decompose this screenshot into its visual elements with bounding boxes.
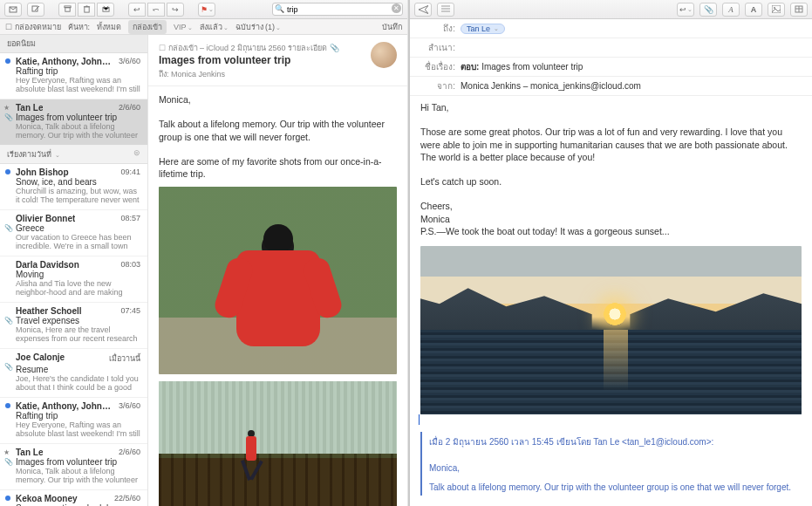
message-from: Heather Schoell [16, 306, 82, 316]
inline-attachment-sunset[interactable] [420, 246, 802, 414]
reply-compose-button[interactable]: ↩⌄ [677, 3, 694, 17]
message-list-item[interactable]: Katie, Anthony, John & Jen3/6/60Rafting … [0, 53, 147, 99]
message-list-item[interactable]: Kekoa Mooney22/5/60Soccer practice sched… [0, 490, 147, 506]
message-preview: Monica, Talk about a lifelong memory. Ou… [16, 122, 140, 140]
search-scope-label: ค้นหา: [68, 21, 91, 33]
reader-subject: Images from volunteer trip [159, 54, 364, 66]
photo-browser-button[interactable] [768, 3, 785, 17]
message-list-item[interactable]: 📎Joe Calonjeเมื่อวานนี้ResumeJoe, Here's… [0, 349, 147, 398]
to-field[interactable]: ถึง: Tan Le⌄ [410, 19, 812, 38]
get-mail-button[interactable] [4, 3, 22, 17]
unread-dot-icon [5, 169, 10, 174]
message-date: 08:03 [120, 260, 140, 270]
message-preview: Our vacation to Greece has been incredib… [16, 233, 140, 251]
font-button[interactable]: A [745, 3, 762, 17]
archive-group [58, 3, 114, 17]
recipient-token[interactable]: Tan Le⌄ [461, 24, 505, 34]
list-section-sorted[interactable]: เรียงตามวันที่ ⌄ ⊜ [0, 146, 147, 164]
message-list-item[interactable]: ★📎Tan Le2/6/60Images from volunteer trip… [0, 444, 147, 490]
message-preview: Hey Everyone, Rafting was an absolute bl… [16, 421, 140, 439]
sent-tab[interactable]: ส่งแล้ว⌄ [200, 21, 229, 33]
attachment-image-2[interactable] [159, 381, 397, 506]
message-from: Tan Le [16, 103, 43, 113]
message-from: John Bishop [16, 168, 69, 177]
scope-all-tab[interactable]: ทั้งหมด [97, 21, 121, 33]
message-from: Joe Calonje [16, 352, 65, 365]
flag-button[interactable]: ⚑⌄ [198, 3, 215, 17]
message-list-item[interactable]: John Bishop09:41Snow, ice, and bearsChur… [0, 164, 147, 210]
star-icon: ★ [3, 104, 10, 112]
message-from: Tan Le [16, 448, 43, 457]
search-field[interactable]: 🔍 ✕ [272, 3, 403, 16]
message-preview: Hey Everyone, Rafting was an absolute bl… [16, 76, 140, 94]
message-subject: Rafting trip [16, 411, 140, 421]
attachment-icon: 📎 [4, 363, 13, 371]
message-subject: Images from volunteer trip [16, 457, 140, 467]
list-section-top-hits: ยอดนิยม [0, 35, 147, 53]
message-from: Katie, Anthony, John & Jen [16, 57, 112, 66]
search-clear-button[interactable]: ✕ [392, 3, 401, 13]
header-fields-button[interactable] [437, 3, 454, 17]
message-preview: Alisha and Tia love the new neighbor-hoo… [16, 279, 140, 297]
send-button[interactable] [414, 3, 432, 17]
svg-rect-3 [65, 8, 69, 12]
message-list-item[interactable]: Katie, Anthony, John & Jen3/6/60Rafting … [0, 398, 147, 444]
mailboxes-button[interactable]: ☐ กล่องจดหมาย [5, 21, 61, 33]
unread-dot-icon [5, 58, 10, 64]
reply-button[interactable]: ↩ [128, 3, 146, 17]
quoted-original: เมื่อ 2 มิถุนายน 2560 เวลา 15:45 เขียนโด… [420, 432, 802, 496]
message-date: 07:45 [120, 306, 140, 316]
reader-toolbar: ↩ ⤺ ↪ ⚑⌄ 🔍 ✕ [0, 0, 407, 19]
compose-body-text[interactable]: Hi Tan, Those are some great photos. Our… [410, 96, 812, 243]
vip-tab[interactable]: VIP⌄ [174, 23, 193, 31]
message-date: 2/6/60 [119, 448, 140, 457]
drafts-tab[interactable]: ฉบับร่าง (1)⌄ [235, 21, 282, 33]
text-cursor [419, 414, 420, 425]
message-preview: Monica, Talk about a lifelong memory. Ou… [16, 467, 140, 485]
compose-toolbar: ↩⌄ 📎 A A [410, 0, 812, 19]
reader-meta: กล่องเข้า – iCloud 2 มิถุนายน 2560 รายละ… [168, 44, 328, 52]
search-input[interactable] [272, 3, 403, 16]
message-from: Darla Davidson [16, 260, 79, 270]
scope-inbox-tab[interactable]: กล่องเข้า [128, 20, 167, 34]
message-subject: Images from volunteer trip [16, 113, 140, 122]
message-preview: Joe, Here's the candidate I told you abo… [16, 374, 140, 393]
message-list-item[interactable]: 📎Olivier Bonnet08:57GreeceOur vacation t… [0, 210, 147, 256]
message-from: Kekoa Mooney [16, 494, 78, 503]
message-subject: Resume [16, 365, 140, 374]
message-date: 09:41 [120, 168, 140, 177]
junk-button[interactable] [97, 3, 114, 17]
delete-button[interactable] [78, 3, 95, 17]
attach-button[interactable]: 📎 [699, 3, 717, 17]
message-list-item[interactable]: Darla Davidson08:03MovingAlisha and Tia … [0, 256, 147, 303]
from-field[interactable]: จาก: Monica Jenkins – monica_jenkins@icl… [410, 77, 812, 96]
unread-dot-icon [5, 403, 10, 408]
message-preview: Monica, Here are the travel expenses fro… [16, 325, 140, 344]
message-list-item[interactable]: ★📎Tan Le2/6/60Images from volunteer trip… [0, 99, 147, 146]
search-icon: 🔍 [275, 4, 284, 13]
archive-button[interactable] [58, 3, 76, 17]
reply-all-button[interactable]: ⤺ [147, 3, 165, 17]
message-from: Katie, Anthony, John & Jen [16, 401, 112, 411]
message-reader: ☐ กล่องเข้า – iCloud 2 มิถุนายน 2560 ราย… [148, 35, 407, 506]
attachment-icon: 📎 [4, 317, 13, 325]
unread-dot-icon [5, 496, 10, 501]
attachment-image-1[interactable] [159, 187, 397, 374]
message-date: 2/6/60 [119, 103, 140, 113]
message-preview: Churchill is amazing, but wow, was it co… [16, 187, 140, 205]
markup-button[interactable] [790, 3, 808, 17]
subject-field[interactable]: ชื่อเรื่อง: ตอบ: Images from volunteer t… [410, 58, 812, 77]
message-date: เมื่อวานนี้ [109, 352, 140, 365]
sender-avatar [371, 42, 397, 68]
reader-to: Monica Jenkins [171, 70, 225, 79]
cc-field[interactable]: สำเนา: [410, 38, 812, 58]
format-button[interactable]: A [722, 3, 740, 17]
compose-button[interactable] [27, 3, 44, 17]
filter-icon[interactable]: ⊜ [133, 148, 140, 161]
message-list-item[interactable]: 📎Heather Schoell07:45Travel expensesMoni… [0, 303, 147, 349]
save-search-button[interactable]: บันทึก [382, 21, 402, 33]
message-date: 3/6/60 [119, 401, 140, 411]
forward-button[interactable]: ↪ [167, 3, 184, 17]
message-subject: Greece [16, 223, 140, 233]
message-date: 08:57 [120, 214, 140, 223]
